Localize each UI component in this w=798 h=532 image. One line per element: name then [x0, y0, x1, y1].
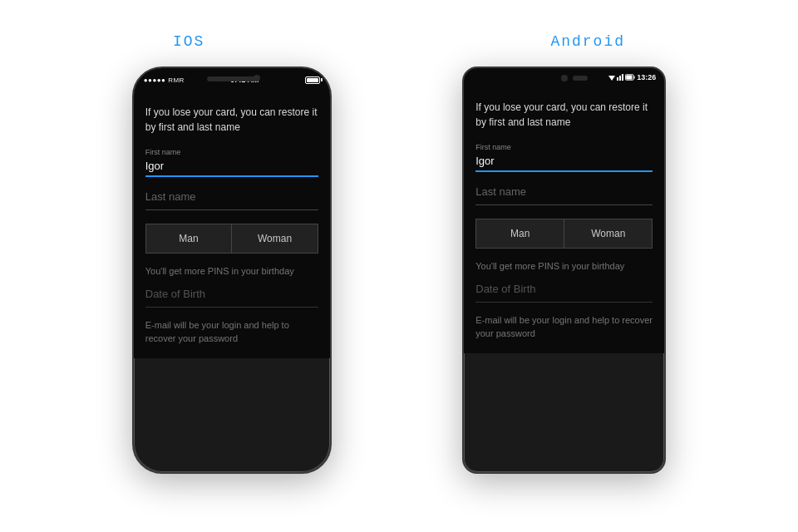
ios-first-name-label: First name: [145, 148, 318, 156]
svg-rect-5: [634, 76, 635, 78]
android-speaker: [573, 76, 588, 81]
svg-rect-1: [617, 77, 618, 81]
svg-rect-2: [619, 76, 621, 81]
ios-vol-down-button: [132, 168, 134, 193]
ios-last-name-input[interactable]: Last name: [145, 190, 318, 210]
android-birthday-hint: You'll get more PINS in your birthday: [475, 260, 653, 273]
ios-mute-button: [132, 114, 134, 131]
android-screen: If you lose your card, you can restore i…: [464, 86, 664, 353]
android-camera: [561, 75, 568, 81]
svg-marker-0: [608, 76, 615, 81]
ios-carrier: ●●●●● RMR: [144, 76, 185, 84]
ios-description: If you lose your card, you can restore i…: [145, 105, 318, 135]
android-power-button: [664, 135, 666, 168]
ios-man-button[interactable]: Man: [145, 224, 232, 254]
android-last-name-input[interactable]: Last name: [475, 185, 653, 205]
ios-woman-button[interactable]: Woman: [231, 224, 318, 254]
android-first-name-input[interactable]: Igor: [475, 155, 653, 172]
ios-phone: ●●●●● RMR 9:41 AM If you lose your card,…: [132, 66, 332, 474]
ios-battery: [305, 76, 320, 84]
android-description: If you lose your card, you can restore i…: [475, 100, 653, 130]
ios-email-hint: E-mail will be your login and help to re…: [145, 319, 318, 345]
ios-power-button: [330, 135, 332, 176]
battery-android-icon: [625, 74, 635, 81]
ios-vol-up-button: [132, 135, 134, 160]
android-label: Android: [550, 33, 625, 50]
android-status-bar: 13:26: [464, 68, 664, 86]
ios-gender-buttons: Man Woman: [145, 224, 318, 254]
ios-first-name-group: First name Igor: [145, 148, 318, 177]
android-email-hint: E-mail will be your login and help to re…: [475, 314, 653, 340]
ios-birthday-hint: You'll get more PINS in your birthday: [145, 265, 318, 278]
signal-icon: [617, 74, 623, 81]
ios-first-name-input[interactable]: Igor: [145, 160, 318, 177]
android-dob-field[interactable]: Date of Birth: [475, 283, 653, 303]
android-last-name-group: Last name: [475, 185, 653, 205]
battery-fill: [307, 78, 318, 82]
ios-last-name-group: Last name: [145, 190, 318, 210]
ios-screen: If you lose your card, you can restore i…: [134, 91, 330, 358]
ios-dob-field[interactable]: Date of Birth: [145, 288, 318, 308]
android-man-button[interactable]: Man: [475, 219, 564, 249]
android-first-name-label: First name: [475, 143, 653, 151]
android-gender-buttons: Man Woman: [475, 219, 653, 249]
android-woman-button[interactable]: Woman: [564, 219, 653, 249]
ios-status-bar: ●●●●● RMR 9:41 AM: [134, 68, 330, 91]
android-first-name-group: First name Igor: [475, 143, 653, 172]
android-time: 13:26: [637, 73, 656, 81]
ios-time: 9:41 AM: [230, 76, 259, 84]
android-vol-button: [462, 135, 464, 176]
svg-rect-6: [626, 76, 632, 80]
ios-label: IOS: [173, 33, 204, 50]
svg-rect-3: [622, 74, 623, 81]
android-phone: 13:26 If you lose your card, you can res…: [462, 66, 666, 474]
battery-icon: [305, 76, 320, 84]
wifi-icon: [608, 74, 615, 81]
android-signal-icons: 13:26: [608, 73, 656, 81]
